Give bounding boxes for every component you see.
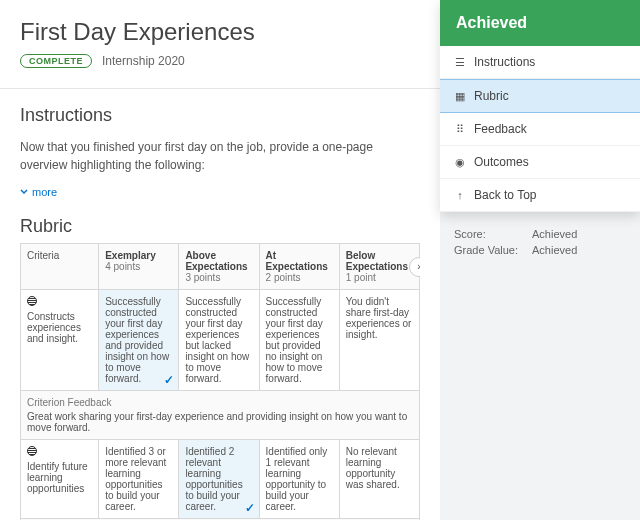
status-badge: COMPLETE (20, 54, 92, 68)
achieved-banner: Achieved (440, 0, 640, 46)
breadcrumb[interactable]: Internship 2020 (102, 54, 185, 68)
page-title: First Day Experiences (20, 18, 420, 46)
criteria-header: Criteria (21, 244, 99, 290)
score-label: Score: (454, 228, 518, 240)
level-header: Exemplary 4 points (99, 244, 179, 290)
criterion-icon (27, 296, 37, 306)
outcomes-icon: ◉ (454, 156, 466, 169)
rubric-cell[interactable]: Identified 3 or more relevant learning o… (99, 440, 179, 519)
nav-instructions[interactable]: ☰ Instructions (440, 46, 640, 79)
nav-feedback[interactable]: ⠿ Feedback (440, 113, 640, 146)
nav-back-to-top[interactable]: ↑ Back to Top (440, 179, 640, 212)
criterion-icon (27, 446, 37, 456)
rubric-cell[interactable]: Successfully constructed your first day … (259, 290, 339, 391)
rubric-cell-selected[interactable]: Successfully constructed your first day … (99, 290, 179, 391)
nav-outcomes[interactable]: ◉ Outcomes (440, 146, 640, 179)
side-panel: Achieved ☰ Instructions ▦ Rubric ⠿ Feedb… (440, 0, 640, 212)
instructions-icon: ☰ (454, 56, 466, 69)
feedback-row: Criterion Feedback Great work sharing yo… (21, 391, 420, 440)
rubric-cell[interactable]: No relevant learning opportunity was sha… (339, 440, 419, 519)
more-link[interactable]: more (20, 186, 57, 198)
check-icon: ✓ (245, 501, 255, 515)
chevron-down-icon (20, 188, 28, 196)
top-icon: ↑ (454, 189, 466, 201)
level-header: Below Expectations 1 point › (339, 244, 419, 290)
criterion-label: Identify future learning opportunities (27, 461, 88, 494)
score-block: Score: Achieved Grade Value: Achieved (440, 224, 640, 264)
grade-label: Grade Value: (454, 244, 518, 256)
rubric-cell[interactable]: Successfully constructed your first day … (179, 290, 259, 391)
feedback-icon: ⠿ (454, 123, 466, 136)
criterion-label: Constructs experiences and insight. (27, 311, 81, 344)
level-header: Above Expectations 3 points (179, 244, 259, 290)
rubric-icon: ▦ (454, 90, 466, 103)
nav-rubric[interactable]: ▦ Rubric (440, 79, 640, 113)
table-row: Identify future learning opportunities I… (21, 440, 420, 519)
level-header: At Expectations 2 points (259, 244, 339, 290)
rubric-heading: Rubric (20, 216, 420, 237)
grade-value: Achieved (532, 244, 577, 256)
instructions-heading: Instructions (20, 105, 420, 126)
instructions-body: Now that you finished your first day on … (20, 138, 420, 174)
rubric-table: Criteria Exemplary 4 points Above Expect… (20, 243, 420, 520)
rubric-cell-selected[interactable]: Identified 2 relevant learning opportuni… (179, 440, 259, 519)
rubric-cell[interactable]: Identified only 1 relevant learning oppo… (259, 440, 339, 519)
rubric-cell[interactable]: You didn't share first-day experiences o… (339, 290, 419, 391)
score-value: Achieved (532, 228, 577, 240)
table-row: Constructs experiences and insight. Succ… (21, 290, 420, 391)
check-icon: ✓ (164, 373, 174, 387)
